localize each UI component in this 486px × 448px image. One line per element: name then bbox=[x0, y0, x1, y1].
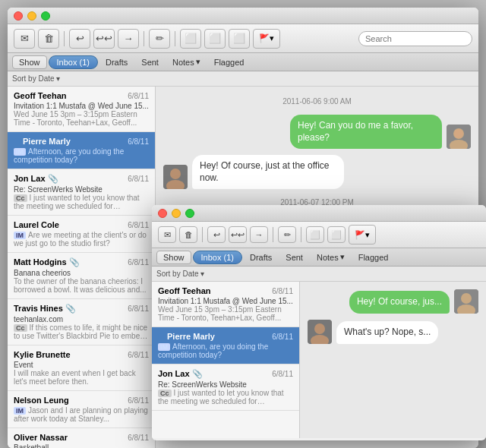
forward-button-2[interactable]: → bbox=[250, 226, 268, 243]
bubble-sent-1: Hey! Can you do me a favor, please? bbox=[290, 115, 442, 149]
email-item-4[interactable]: Matt Hodgins 📎 6/8/11 Banana cheerios To… bbox=[8, 253, 155, 299]
chat-message-recv-1: Hey! Of course, just at the office now. bbox=[163, 155, 471, 189]
compose-button[interactable]: ✏ bbox=[149, 29, 170, 49]
toolbar-separator3 bbox=[175, 31, 175, 46]
sort-bar-2: Sort by Date ▾ bbox=[152, 267, 486, 282]
email-item-6[interactable]: Kylie Brunette 6/8/11 Event I will make … bbox=[8, 345, 155, 391]
sep-2 bbox=[202, 227, 203, 242]
reply-button[interactable]: ↩ bbox=[69, 29, 90, 49]
tab-flagged[interactable]: Flagged bbox=[208, 56, 251, 68]
forward-button[interactable]: → bbox=[118, 29, 139, 49]
tab-inbox[interactable]: Inbox (1) bbox=[49, 55, 98, 69]
flag-button[interactable]: 🚩▾ bbox=[253, 29, 280, 49]
tab-show[interactable]: Show bbox=[12, 55, 47, 69]
tab-inbox-2[interactable]: Inbox (1) bbox=[193, 251, 242, 264]
email-item-1[interactable]: Pierre Marly 6/8/11 IMAfternoon, are you… bbox=[8, 132, 155, 169]
chat-messages-2: Hey! Of course, jus... What's up? Nope, … bbox=[300, 282, 486, 438]
toolbar-2: ✉ 🗑 ↩ ↩↩ → ✏ ⬜ ⬜ 🚩▾ bbox=[152, 222, 486, 248]
chat-row-2-2: What's up? Nope, s... bbox=[308, 320, 478, 344]
tab-drafts[interactable]: Drafts bbox=[99, 56, 134, 68]
sort-label[interactable]: Sort by Date ▾ bbox=[12, 74, 60, 83]
tab-sent-2[interactable]: Sent bbox=[279, 251, 309, 263]
bubble-2-1: Hey! Of course, jus... bbox=[349, 291, 450, 314]
svg-point-17 bbox=[461, 293, 472, 304]
svg-point-20 bbox=[314, 323, 325, 334]
tab-sent[interactable]: Sent bbox=[135, 56, 165, 68]
avatar-sent-1 bbox=[447, 125, 471, 149]
delete-button-2[interactable]: 🗑 bbox=[179, 226, 197, 243]
delete-button[interactable]: 🗑 bbox=[38, 29, 59, 49]
email-item-0[interactable]: Geoff Teehan 6/8/11 Invitation 1:1 Musta… bbox=[8, 87, 155, 132]
tab-drafts-2[interactable]: Drafts bbox=[244, 251, 278, 263]
view-button[interactable]: ⬜ bbox=[204, 29, 226, 49]
reply-button-2[interactable]: ↩ bbox=[207, 226, 226, 243]
email-list-2: Geoff Teehan 6/8/11 Invitation 1:1 Musta… bbox=[152, 282, 300, 438]
new-message-button-2[interactable]: ✉ bbox=[158, 226, 176, 243]
avatar-2-sent bbox=[454, 289, 478, 314]
chat-message-sent-1: Hey! Can you do me a favor, please? bbox=[163, 115, 471, 149]
reply-all-button-2[interactable]: ↩↩ bbox=[229, 226, 247, 243]
tab-bar: Show Inbox (1) Drafts Sent Notes ▾ Flagg… bbox=[8, 53, 478, 71]
tab-notes[interactable]: Notes ▾ bbox=[166, 55, 207, 68]
minimize-button-2[interactable] bbox=[172, 209, 181, 218]
minimize-button[interactable] bbox=[27, 11, 36, 21]
email-item-2[interactable]: Jon Lax 📎 6/8/11 Re: ScreenWerks Website… bbox=[8, 169, 155, 216]
email-item-3[interactable]: Laurel Cole 6/8/11 IMAre we meeting at t… bbox=[8, 216, 155, 253]
main-content-2: Geoff Teehan 6/8/11 Invitation 1:1 Musta… bbox=[152, 282, 486, 438]
flag-button-2[interactable]: 🚩▾ bbox=[349, 225, 376, 245]
email-item-w2-1[interactable]: Pierre Marly 6/8/11 IMAfternoon, are you… bbox=[152, 327, 299, 364]
reply-all-button[interactable]: ↩↩ bbox=[93, 29, 115, 49]
svg-point-3 bbox=[454, 129, 463, 138]
secondary-window: ✉ 🗑 ↩ ↩↩ → ✏ ⬜ ⬜ 🚩▾ Show Inbox (1) Draft… bbox=[152, 205, 486, 440]
bubble-2-2: What's up? Nope, s... bbox=[336, 321, 438, 344]
close-button-2[interactable] bbox=[158, 209, 167, 218]
toolbar-separator bbox=[64, 31, 65, 46]
sep-4 bbox=[301, 227, 301, 242]
avatar-2-recv bbox=[308, 320, 332, 344]
close-button[interactable] bbox=[14, 11, 23, 21]
chat-pane-2: Hey! Of course, jus... What's up? Nope, … bbox=[300, 282, 486, 438]
email-item-5[interactable]: Travis Hines 📎 6/8/11 teehanlax.com CcIf… bbox=[8, 299, 155, 345]
sort-label-2[interactable]: Sort by Date ▾ bbox=[156, 270, 204, 278]
bubble-recv-1: Hey! Of course, just at the office now. bbox=[192, 155, 344, 189]
maximize-button[interactable] bbox=[41, 11, 50, 21]
svg-point-5 bbox=[170, 169, 181, 179]
email-list: Geoff Teehan 6/8/11 Invitation 1:1 Musta… bbox=[8, 87, 156, 448]
toolbar: ✉ 🗑 ↩ ↩↩ → ✏ ⬜ ⬜ ⬜ 🚩▾ bbox=[8, 24, 478, 53]
timestamp-1: 2011-06-06 9:00 AM bbox=[163, 97, 471, 106]
panel-button[interactable]: ⬜ bbox=[229, 29, 250, 49]
avatar-recv-1 bbox=[163, 165, 188, 189]
email-item-8[interactable]: Oliver Nassar 6/8/11 Basketball Jason an… bbox=[8, 428, 155, 448]
sep-3 bbox=[273, 227, 273, 242]
sort-bar: Sort by Date ▾ bbox=[8, 71, 478, 87]
email-item-w2-2[interactable]: Jon Lax 📎 6/8/11 Re: ScreenWerks Website… bbox=[152, 364, 299, 411]
title-bar-2 bbox=[152, 205, 486, 222]
tab-bar-2: Show Inbox (1) Drafts Sent Notes ▾ Flagg… bbox=[152, 248, 486, 267]
mailbox-button-2[interactable]: ⬜ bbox=[306, 226, 324, 243]
mailbox-button[interactable]: ⬜ bbox=[180, 29, 201, 49]
maximize-button-2[interactable] bbox=[185, 209, 194, 218]
view-button-2[interactable]: ⬜ bbox=[327, 226, 346, 243]
toolbar-separator2 bbox=[144, 31, 144, 46]
email-item-7[interactable]: Nelson Leung 6/8/11 IMJason and I are pl… bbox=[8, 391, 155, 428]
tab-flagged-2[interactable]: Flagged bbox=[352, 251, 395, 263]
compose-button-2[interactable]: ✏ bbox=[278, 226, 296, 243]
title-bar bbox=[8, 8, 478, 24]
new-message-button[interactable]: ✉ bbox=[14, 29, 35, 49]
search-input[interactable] bbox=[358, 31, 472, 46]
email-item-w2-0[interactable]: Geoff Teehan 6/8/11 Invitation 1:1 Musta… bbox=[152, 282, 299, 327]
chat-row-2-1: Hey! Of course, jus... bbox=[308, 289, 478, 314]
tab-show-2[interactable]: Show bbox=[156, 251, 191, 264]
tab-notes-2[interactable]: Notes ▾ bbox=[311, 251, 351, 263]
